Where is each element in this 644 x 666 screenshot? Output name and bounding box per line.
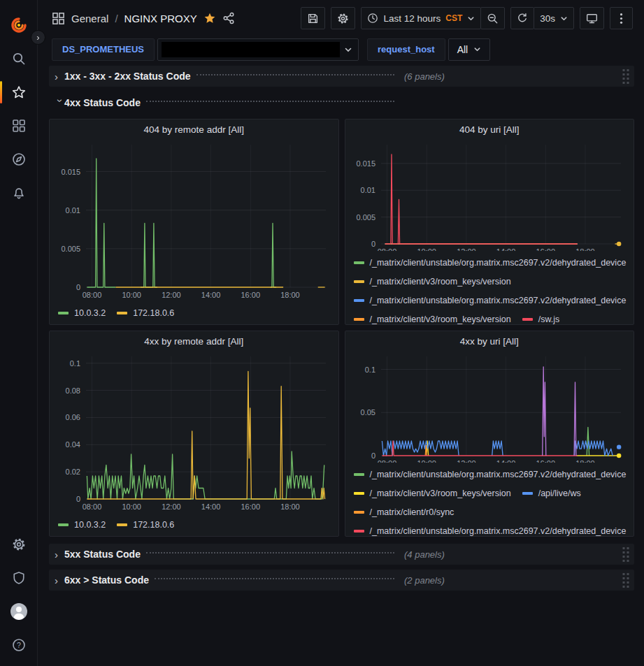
legend-item[interactable]: /_matrix/client/v3/room_keys/version — [354, 484, 511, 502]
svg-text:14:00: 14:00 — [201, 502, 221, 511]
refresh-interval-dropdown[interactable]: 30s — [534, 7, 574, 29]
panel-title[interactable]: 404 by remote addr [All] — [50, 120, 338, 138]
sidebar-item-explore[interactable] — [0, 143, 38, 176]
panel-legend: 10.0.3.2 172.18.0.6 — [50, 301, 338, 322]
sidebar-expand-button[interactable]: › — [31, 30, 45, 45]
svg-text:?: ? — [17, 641, 21, 649]
sidebar: ? — [0, 0, 38, 666]
svg-text:12:00: 12:00 — [162, 291, 181, 299]
series-color-swatch — [117, 312, 127, 314]
svg-text:18:00: 18:00 — [280, 291, 300, 299]
breadcrumb-folder[interactable]: General — [71, 13, 108, 24]
svg-text:0.1: 0.1 — [365, 365, 375, 374]
dashboard-row-5xx[interactable]: › 5xx Status Code (4 panels) — [49, 544, 634, 565]
timeseries-chart[interactable]: 08:0010:0012:0014:0016:0018:0000.050.1 — [349, 351, 629, 463]
dashboard-title[interactable]: NGINX PROXY — [124, 13, 197, 24]
svg-text:0.06: 0.06 — [65, 413, 80, 421]
svg-text:08:00: 08:00 — [82, 502, 101, 511]
request-host-select[interactable]: All — [448, 38, 491, 61]
panel-title[interactable]: 4xx by uri [All] — [345, 331, 634, 349]
legend-item[interactable]: 172.18.0.6 — [117, 515, 174, 534]
refresh-interval-label: 30s — [540, 13, 555, 24]
time-range-picker[interactable]: Last 12 hours CST — [361, 7, 481, 29]
sidebar-item-server-admin[interactable] — [0, 561, 38, 595]
panel-legend: 10.0.3.2 172.18.0.6 — [50, 513, 338, 534]
series-color-swatch — [58, 523, 69, 526]
sidebar-item-alerting[interactable] — [0, 176, 38, 210]
chevron-right-icon: › — [36, 32, 39, 43]
panel-404-by-uri: 404 by uri [All] 08:0010:0012:0014:0016:… — [345, 119, 635, 325]
timeseries-chart[interactable]: 08:0010:0012:0014:0016:0018:0000.0050.01… — [54, 139, 334, 301]
svg-text:10:00: 10:00 — [122, 502, 141, 511]
panel-title[interactable]: 404 by uri [All] — [345, 120, 634, 138]
more-options-button[interactable] — [610, 7, 633, 29]
star-filled-icon[interactable] — [203, 12, 216, 24]
row-drag-handle[interactable] — [622, 68, 630, 85]
svg-text:08:00: 08:00 — [82, 291, 101, 299]
panel-count: (6 panels) — [404, 71, 445, 82]
share-icon[interactable] — [222, 12, 235, 24]
svg-text:10:00: 10:00 — [122, 291, 141, 299]
zoom-out-button[interactable] — [480, 7, 505, 29]
dashboard-toolbar: Last 12 hours CST — [301, 7, 633, 29]
datasource-select[interactable] — [157, 38, 359, 61]
svg-text:0.05: 0.05 — [361, 408, 375, 417]
legend-item[interactable]: /_matrix/client/v3/room_keys/version — [354, 310, 511, 324]
legend-item[interactable]: /_matrix/client/unstable/org.matrix.msc2… — [354, 521, 627, 536]
svg-text:0: 0 — [76, 283, 80, 291]
legend-item[interactable]: /_matrix/client/unstable/org.matrix.msc2… — [354, 253, 627, 272]
row-drag-handle[interactable] — [622, 572, 630, 588]
chevron-down-icon — [473, 45, 481, 53]
legend-item[interactable]: 10.0.3.2 — [58, 515, 106, 534]
series-color-swatch — [354, 261, 364, 264]
panel-title[interactable]: 4xx by remote addr [All] — [50, 331, 338, 349]
timeseries-chart[interactable]: 08:0010:0012:0014:0016:0018:0000.0050.01… — [349, 139, 629, 251]
timeseries-chart[interactable]: 08:0010:0012:0014:0016:0018:0000.020.040… — [54, 351, 334, 513]
dashboard-row-6xx[interactable]: › 6xx > Status Code (2 panels) — [49, 570, 634, 591]
sidebar-item-search[interactable] — [0, 42, 38, 75]
svg-text:0.005: 0.005 — [61, 245, 80, 253]
chevron-down-icon — [560, 15, 568, 22]
gear-icon — [12, 537, 26, 551]
grafana-logo-icon — [10, 16, 28, 34]
panel-legend: /_matrix/client/unstable/org.matrix.msc2… — [345, 463, 634, 536]
sidebar-item-starred[interactable] — [0, 75, 38, 109]
breadcrumb: General / NGINX PROXY — [52, 12, 235, 25]
time-range-label: Last 12 hours — [383, 13, 441, 24]
variables-bar: DS_PROMETHEUS request_host All — [38, 36, 644, 63]
row-drag-handle[interactable] — [622, 546, 630, 563]
legend-item[interactable]: /api/live/ws — [522, 484, 581, 502]
search-icon — [12, 52, 26, 66]
cycle-view-mode-button[interactable] — [580, 7, 604, 29]
clock-icon — [367, 13, 378, 24]
refresh-icon — [517, 13, 528, 24]
series-color-swatch — [117, 523, 127, 526]
star-icon — [12, 85, 26, 99]
series-color-swatch — [522, 318, 533, 321]
refresh-button[interactable] — [510, 7, 534, 29]
legend-item[interactable]: /_matrix/client/r0/sync — [354, 502, 455, 521]
dashboard-row-1xx-3xx-2xx[interactable]: › 1xx - 3xx - 2xx Status Code (6 panels) — [49, 66, 634, 87]
svg-text:0.01: 0.01 — [65, 206, 80, 215]
avatar — [10, 602, 28, 621]
save-dashboard-button[interactable] — [301, 7, 325, 29]
svg-text:0.015: 0.015 — [357, 159, 376, 168]
dashboards-grid-icon — [12, 119, 26, 133]
legend-item[interactable]: 172.18.0.6 — [117, 303, 174, 322]
legend-item[interactable]: /_matrix/client/unstable/org.matrix.msc2… — [354, 465, 627, 484]
legend-item[interactable]: 10.0.3.2 — [58, 303, 106, 322]
dashboard-row-4xx[interactable]: › 4xx Status Code — [49, 92, 634, 113]
svg-text:18:00: 18:00 — [280, 502, 300, 511]
legend-item[interactable]: /_matrix/client/unstable/org.matrix.msc2… — [354, 291, 627, 310]
legend-item[interactable]: /_matrix/client/v3/room_keys/version — [354, 272, 511, 291]
sidebar-item-profile[interactable] — [0, 595, 38, 628]
sidebar-item-help[interactable]: ? — [0, 628, 38, 662]
request-host-label: request_host — [367, 38, 445, 61]
sidebar-item-dashboards[interactable] — [0, 109, 38, 143]
sidebar-item-configuration[interactable] — [0, 528, 38, 561]
series-color-swatch — [58, 312, 69, 314]
dotted-leader — [146, 101, 394, 102]
dotted-leader — [146, 552, 394, 553]
dashboard-settings-button[interactable] — [331, 7, 355, 29]
legend-item[interactable]: /sw.js — [522, 310, 560, 324]
